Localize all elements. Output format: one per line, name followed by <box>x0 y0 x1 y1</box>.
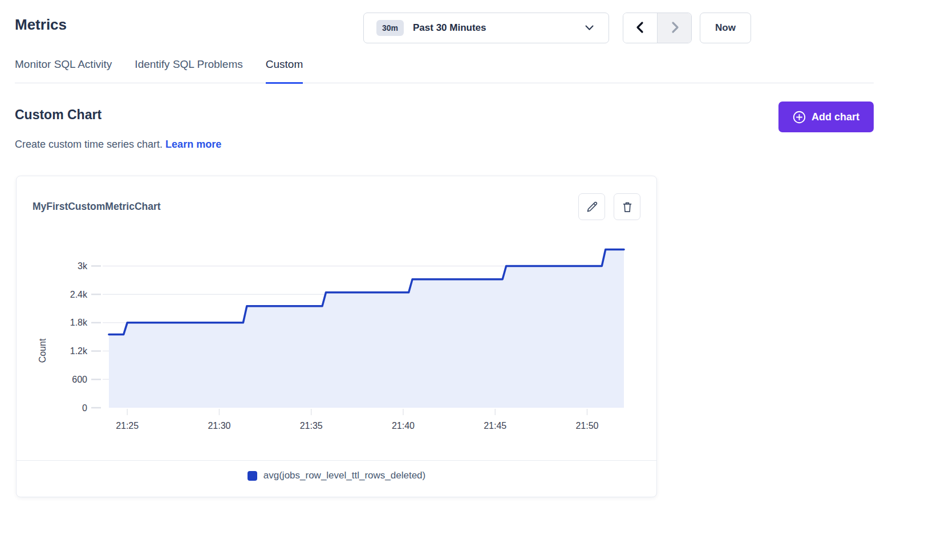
legend-swatch <box>248 471 257 481</box>
metrics-tabs: Monitor SQL Activity Identify SQL Proble… <box>15 58 874 83</box>
chart-actions <box>578 193 640 220</box>
time-range-badge: 30m <box>376 20 404 36</box>
trash-icon <box>620 200 634 214</box>
now-button[interactable]: Now <box>700 13 751 43</box>
add-chart-label: Add chart <box>812 111 859 123</box>
pencil-icon <box>585 200 599 214</box>
chevron-left-icon <box>634 21 647 36</box>
time-range-label: Past 30 Minutes <box>413 22 486 34</box>
svg-text:21:35: 21:35 <box>300 421 323 431</box>
learn-more-link[interactable]: Learn more <box>165 139 221 150</box>
prev-time-button[interactable] <box>623 13 657 43</box>
chart-legend: avg(jobs_row_level_ttl_rows_deleted) <box>17 461 656 481</box>
svg-text:1.8k: 1.8k <box>70 318 88 327</box>
subtitle-text: Create custom time series chart. <box>15 139 163 150</box>
svg-text:1.2k: 1.2k <box>70 346 88 356</box>
svg-text:2.4k: 2.4k <box>70 290 88 299</box>
svg-text:3k: 3k <box>78 261 88 271</box>
page-title: Metrics <box>15 16 67 34</box>
tab-custom[interactable]: Custom <box>266 58 303 84</box>
svg-text:21:50: 21:50 <box>575 421 598 431</box>
edit-chart-button[interactable] <box>578 193 605 220</box>
svg-text:21:45: 21:45 <box>484 421 506 431</box>
chevron-right-icon <box>668 21 681 36</box>
plus-circle-icon <box>793 111 806 124</box>
chart-card-header: MyFirstCustomMetricChart <box>17 176 656 220</box>
svg-text:21:30: 21:30 <box>208 421 230 431</box>
next-time-button[interactable] <box>657 13 691 43</box>
section-title: Custom Chart <box>15 107 102 123</box>
chevron-down-icon <box>585 25 594 31</box>
svg-text:0: 0 <box>82 403 87 413</box>
time-pager <box>623 13 692 43</box>
delete-chart-button[interactable] <box>614 193 640 220</box>
time-series-chart: 06001.2k1.8k2.4k3k21:2521:3021:3521:4021… <box>32 222 641 451</box>
tab-identify-sql-problems[interactable]: Identify SQL Problems <box>135 58 242 84</box>
tab-monitor-sql-activity[interactable]: Monitor SQL Activity <box>15 58 112 84</box>
svg-text:21:25: 21:25 <box>116 421 139 431</box>
svg-text:600: 600 <box>72 375 87 384</box>
section-subtitle: Create custom time series chart. Learn m… <box>15 139 221 151</box>
custom-chart-card: MyFirstCustomMetricChart <box>16 176 657 497</box>
time-range-picker[interactable]: 30m Past 30 Minutes <box>363 13 609 43</box>
chart-title: MyFirstCustomMetricChart <box>33 201 161 213</box>
legend-label: avg(jobs_row_level_ttl_rows_deleted) <box>263 470 425 481</box>
add-chart-button[interactable]: Add chart <box>778 102 874 132</box>
svg-text:Count: Count <box>38 338 47 363</box>
svg-text:21:40: 21:40 <box>392 421 415 431</box>
